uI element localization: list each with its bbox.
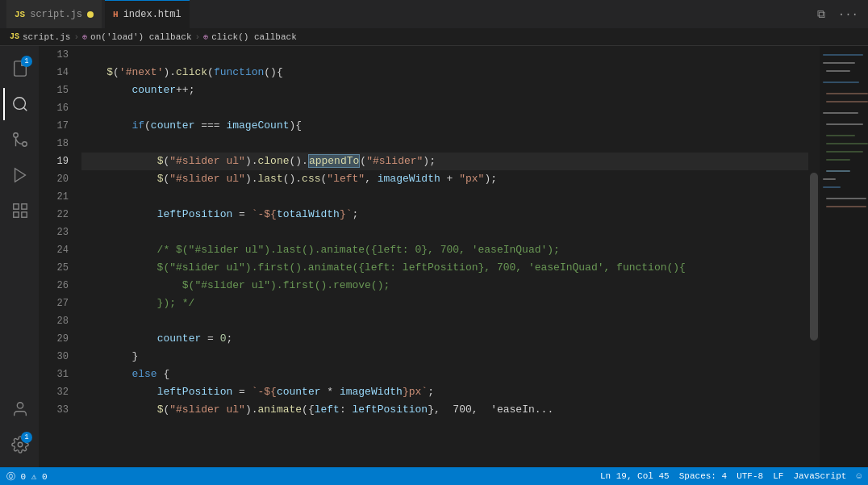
activity-icon-settings[interactable]: 1: [3, 429, 35, 461]
activity-bar: 1: [0, 46, 39, 467]
code-token: '#next': [119, 66, 164, 78]
status-left: ⓪ 0 ⚠ 0: [6, 470, 48, 483]
activity-icon-run[interactable]: [3, 159, 35, 191]
line-number: 22: [39, 206, 69, 224]
scrollbar-thumb[interactable]: [810, 173, 818, 341]
files-badge: 1: [21, 56, 32, 67]
breadcrumb-item-1[interactable]: on('load') callback: [90, 32, 191, 42]
status-line-ending[interactable]: LF: [773, 471, 783, 481]
code-line: }: [81, 348, 808, 366]
code-token: ).: [163, 66, 176, 78]
more-actions-button[interactable]: ···: [835, 6, 862, 23]
status-language[interactable]: JavaScript: [793, 471, 846, 481]
js-file-icon: JS: [15, 10, 25, 19]
code-token: function: [214, 66, 264, 78]
svg-rect-24: [823, 178, 836, 180]
activity-icon-source-control[interactable]: [3, 123, 35, 156]
scrollbar[interactable]: [808, 46, 820, 467]
code-token: leftPosition: [353, 403, 428, 416]
code-token: ;: [226, 332, 232, 345]
split-editor-button[interactable]: ⧉: [814, 6, 828, 23]
code-token: ;: [428, 386, 434, 398]
code-token: [81, 368, 131, 380]
code-token: [81, 208, 157, 220]
code-area[interactable]: $('#next').click(function(){ counter++; …: [75, 46, 808, 467]
code-line: $("#slider ul").animate({left: leftPosit…: [81, 401, 808, 419]
code-line: $("#slider ul").first().remove();: [81, 277, 808, 295]
code-token: "px": [459, 173, 484, 185]
svg-point-0: [14, 98, 26, 110]
code-token: counter: [131, 84, 176, 96]
code-token: {: [157, 368, 170, 380]
status-line-col[interactable]: Ln 19, Col 45: [600, 471, 670, 481]
code-line: leftPosition = `-${totalWidth}`;: [81, 206, 808, 224]
code-token: ++;: [176, 84, 194, 96]
breadcrumb-item-2[interactable]: click() callback: [211, 32, 297, 42]
editor-container[interactable]: 1314151617181920212223242526272829303132…: [39, 46, 868, 467]
code-token: if: [131, 119, 144, 132]
code-line: $("#slider ul").first().animate({left: l…: [81, 259, 808, 277]
settings-badge: 1: [21, 432, 32, 443]
activity-icon-account[interactable]: [3, 393, 35, 425]
svg-rect-12: [823, 62, 855, 64]
tab-index-html[interactable]: H index.html: [105, 0, 190, 28]
code-token: [81, 386, 157, 398]
status-encoding[interactable]: UTF-8: [737, 471, 763, 481]
line-number: 19: [39, 153, 69, 170]
code-token: (: [360, 155, 366, 167]
svg-rect-13: [826, 70, 850, 72]
svg-rect-17: [823, 112, 858, 114]
code-line: $("#slider ul").clone().appendTo("#slide…: [81, 153, 808, 170]
svg-rect-5: [14, 204, 19, 209]
status-spaces[interactable]: Spaces: 4: [679, 471, 727, 481]
line-number: 18: [39, 135, 69, 153]
code-token: left: [315, 403, 340, 416]
code-line: [81, 46, 808, 64]
code-line: /* $("#slider ul").last().animate({left:…: [81, 241, 808, 259]
line-number: 32: [39, 383, 69, 401]
code-line: $("#slider ul").last().css("left", image…: [81, 170, 808, 188]
code-token: ).: [245, 403, 258, 416]
code-token: [81, 403, 157, 416]
tab-label: index.html: [123, 9, 182, 20]
code-line: else {: [81, 366, 808, 383]
code-token: }`: [340, 208, 353, 220]
code-token: ().: [290, 155, 308, 167]
status-git-branch[interactable]: ⓪ 0 ⚠ 0: [6, 470, 48, 483]
line-number: 20: [39, 170, 69, 188]
svg-rect-11: [823, 54, 863, 56]
code-token: counter: [277, 386, 321, 398]
code-token: ===: [194, 119, 226, 132]
code-token: else: [131, 368, 156, 380]
code-token: "#slider ul": [169, 155, 245, 167]
activity-icon-search[interactable]: [3, 88, 35, 120]
code-line: [81, 188, 808, 206]
svg-rect-27: [826, 206, 866, 207]
tab-script-js[interactable]: JS script.js: [6, 0, 102, 28]
code-token: imageWidth: [378, 173, 440, 185]
tab-label: script.js: [30, 9, 82, 20]
breadcrumb-item-0[interactable]: script.js: [23, 32, 70, 42]
line-number: 31: [39, 366, 69, 383]
code-token: (){: [264, 66, 282, 78]
code-token: $("#slider ul").first().remove();: [81, 279, 390, 291]
code-token: =: [232, 386, 251, 398]
breadcrumb-separator-2: ›: [195, 32, 201, 42]
activity-icon-extensions[interactable]: [3, 194, 35, 227]
line-number: 17: [39, 117, 69, 135]
code-line: counter++;: [81, 82, 808, 99]
svg-rect-7: [22, 212, 27, 217]
activity-icon-files[interactable]: 1: [3, 52, 35, 85]
minimap: [820, 46, 868, 467]
code-token: imageWidth: [340, 386, 403, 398]
svg-point-2: [23, 142, 27, 147]
line-number: 23: [39, 224, 69, 241]
svg-point-9: [17, 403, 23, 408]
line-number: 33: [39, 401, 69, 419]
svg-rect-23: [826, 170, 850, 172]
code-token: click: [176, 66, 207, 78]
status-feedback[interactable]: ☺: [856, 471, 862, 481]
code-token: ).: [245, 173, 258, 185]
line-number: 21: [39, 188, 69, 206]
breadcrumb-scope-icon-1: ⊕: [203, 32, 208, 42]
